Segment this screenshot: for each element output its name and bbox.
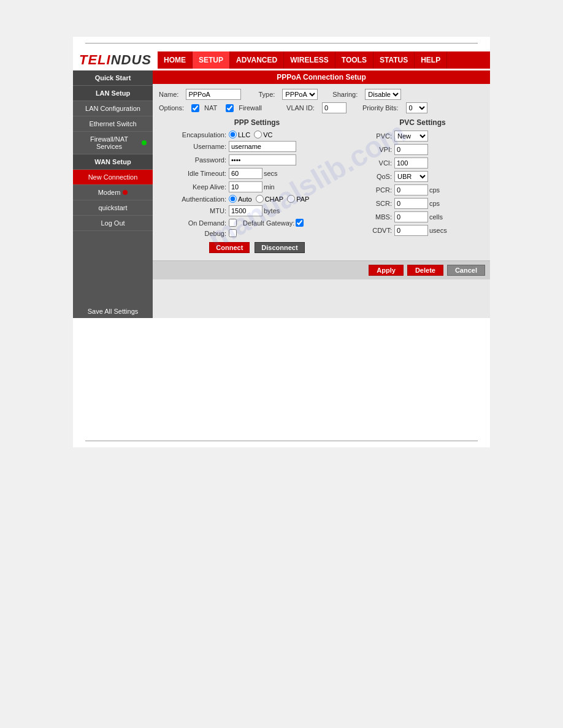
password-label: Password: xyxy=(159,156,226,164)
keepalive-label: Keep Alive: xyxy=(159,183,226,191)
pvc-select[interactable]: New xyxy=(394,131,428,142)
sidebar-item-lansetup[interactable]: LAN Setup xyxy=(73,86,153,101)
auth-auto-radio[interactable] xyxy=(229,195,237,203)
firewall-checkbox[interactable] xyxy=(226,104,234,112)
sidebar-item-firewall[interactable]: Firewall/NAT Services xyxy=(73,132,153,154)
idle-timeout-input[interactable] xyxy=(229,168,262,179)
defgw-checkbox[interactable] xyxy=(296,219,304,227)
ondemand-label: On Demand: xyxy=(159,219,226,227)
cdvt-row: CDVT: usecs xyxy=(361,225,484,236)
vci-label: VCI: xyxy=(361,159,392,167)
mbs-input[interactable] xyxy=(394,211,428,222)
pcr-unit: cps xyxy=(429,186,440,194)
action-row: Apply Delete Cancel xyxy=(153,260,490,279)
cancel-button[interactable]: Cancel xyxy=(447,265,485,276)
main-layout: Quick Start LAN Setup LAN Configuration … xyxy=(73,70,490,318)
password-input[interactable] xyxy=(229,154,296,165)
sidebar-item-lanconfig[interactable]: LAN Configuration xyxy=(73,101,153,116)
username-input[interactable] xyxy=(229,141,296,152)
nat-checkbox[interactable] xyxy=(191,104,199,112)
nav-status[interactable]: STATUS xyxy=(373,51,415,69)
nav-advanced[interactable]: ADVANCED xyxy=(230,51,284,69)
sharing-label: Sharing: xyxy=(332,91,358,98)
pvc-title: PVC Settings xyxy=(361,118,484,127)
pvc-row: PVC: New xyxy=(361,131,484,142)
enc-vc-text: VC xyxy=(263,131,272,138)
two-col: PPP Settings Encapsulation: LLC xyxy=(159,118,484,256)
apply-button[interactable]: Apply xyxy=(369,265,404,276)
qos-select[interactable]: UBR CBR VBR-rt VBR-nrt xyxy=(394,171,428,182)
qos-label: QoS: xyxy=(361,173,392,180)
name-input[interactable] xyxy=(186,89,241,100)
keepalive-row: Keep Alive: min xyxy=(159,181,355,192)
auth-auto-label[interactable]: Auto xyxy=(229,195,252,203)
sidebar-item-wansetup[interactable]: WAN Setup xyxy=(73,154,153,170)
auth-pap-text: PAP xyxy=(296,195,309,203)
pcr-input[interactable] xyxy=(394,184,428,195)
sidebar-item-modem[interactable]: Modem xyxy=(73,185,153,200)
sharing-select[interactable]: Disable Enable xyxy=(365,89,401,100)
ppp-col: PPP Settings Encapsulation: LLC xyxy=(159,118,355,256)
content-area: PPPoA Connection Setup Name: Type: PPPoA… xyxy=(153,70,490,318)
defgw-label: Default Gateway: xyxy=(243,219,294,227)
cdvt-input[interactable] xyxy=(394,225,428,236)
logo-teli: TELI xyxy=(79,52,111,67)
nav-home[interactable]: HOME xyxy=(158,51,193,69)
sidebar-label-firewall: Firewall/NAT Services xyxy=(79,135,139,150)
enc-vc-label[interactable]: VC xyxy=(254,131,272,138)
mbs-unit: cells xyxy=(429,213,443,221)
password-row: Password: xyxy=(159,154,355,165)
idle-timeout-row: Idle Timeout: secs xyxy=(159,168,355,179)
enc-llc-radio[interactable] xyxy=(229,131,237,138)
priority-label: Priority Bits: xyxy=(362,104,399,112)
auth-pap-radio[interactable] xyxy=(287,195,295,203)
priority-select[interactable]: 0123 xyxy=(406,102,427,113)
vci-input[interactable] xyxy=(394,157,428,169)
delete-button[interactable]: Delete xyxy=(407,265,443,276)
auth-pap-label[interactable]: PAP xyxy=(287,195,309,203)
scr-input[interactable] xyxy=(394,198,428,209)
qos-row: QoS: UBR CBR VBR-rt VBR-nrt xyxy=(361,171,484,182)
ondemand-checkbox[interactable] xyxy=(229,219,237,227)
vpi-input[interactable] xyxy=(394,144,428,155)
ondemand-row: On Demand: Default Gateway: xyxy=(159,219,355,227)
sidebar-item-newconnection[interactable]: New Connection xyxy=(73,170,153,185)
mtu-input[interactable] xyxy=(229,205,262,216)
type-select[interactable]: PPPoA PPPoE IPoA Bridge xyxy=(282,89,318,100)
sidebar-item-quickstart2[interactable]: quickstart xyxy=(73,200,153,216)
auth-chap-radio[interactable] xyxy=(256,195,264,203)
encapsulation-label: Encapsulation: xyxy=(159,131,226,138)
sidebar-item-quickstart[interactable]: Quick Start xyxy=(73,70,153,86)
pvc-col: PVC Settings PVC: New VPI: xyxy=(361,118,484,256)
auth-chap-label[interactable]: CHAP xyxy=(256,195,284,203)
save-all-button[interactable]: Save All Settings xyxy=(73,305,153,318)
connect-row: Connect Disconnect xyxy=(159,242,355,253)
cdvt-label: CDVT: xyxy=(361,227,392,234)
top-rule xyxy=(85,43,478,44)
sidebar-item-logout[interactable]: Log Out xyxy=(73,216,153,231)
vpi-label: VPI: xyxy=(361,146,392,153)
debug-label: Debug: xyxy=(159,230,226,237)
logo-ndus: NDUS xyxy=(111,52,151,67)
pcr-label: PCR: xyxy=(361,186,392,194)
auth-label: Authentication: xyxy=(159,195,226,203)
pcr-row: PCR: cps xyxy=(361,184,484,195)
nav-tools[interactable]: TOOLS xyxy=(335,51,373,69)
idle-timeout-label: Idle Timeout: xyxy=(159,170,226,177)
nav-setup[interactable]: SETUP xyxy=(193,51,230,69)
keepalive-input[interactable] xyxy=(229,181,262,192)
enc-vc-radio[interactable] xyxy=(254,131,262,138)
debug-checkbox[interactable] xyxy=(229,229,237,237)
nav-help[interactable]: HELP xyxy=(415,51,447,69)
auth-row: Authentication: Auto CHAP xyxy=(159,195,355,203)
vlan-input[interactable] xyxy=(322,102,347,113)
options-row: Options: NAT Firewall VLAN ID: Priority … xyxy=(159,102,484,113)
connect-button[interactable]: Connect xyxy=(209,242,250,253)
mbs-label: MBS: xyxy=(361,213,392,221)
mtu-row: MTU: bytes xyxy=(159,205,355,216)
enc-llc-label[interactable]: LLC xyxy=(229,131,250,138)
sidebar-item-ethernetswitch[interactable]: Ethernet Switch xyxy=(73,116,153,132)
nav-wireless[interactable]: WIRELESS xyxy=(284,51,335,69)
nat-label: NAT xyxy=(204,104,217,112)
disconnect-button[interactable]: Disconnect xyxy=(255,242,304,253)
